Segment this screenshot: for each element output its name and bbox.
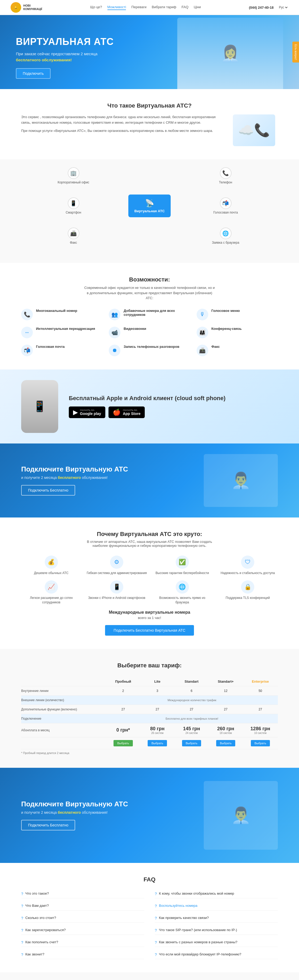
stable-label: Надежность и стабильность доступа <box>221 571 275 575</box>
nav-item-3[interactable]: Переваги <box>131 5 146 10</box>
navbar-phone[interactable]: (044) 247-40-18 <box>249 6 273 10</box>
feature-conference: 👨‍👩‍👧 Конференц-связь <box>197 327 278 338</box>
fax-feat-icon: 📠 <box>197 345 208 356</box>
browser-why-label: Возможность звонить прямо из браузера <box>152 596 213 605</box>
faq-q-5[interactable]: Сколько это стоит? <box>26 916 56 920</box>
why-title: Почему Виртуальная АТС это круто: <box>21 531 278 538</box>
faq-q-10[interactable]: Как звонить с разных номеров в разные ст… <box>159 940 237 944</box>
hero-connect-button[interactable]: Подключить <box>16 68 51 79</box>
select-enterprise-button[interactable]: Выбрать <box>251 740 270 746</box>
functions-label: Дополнительные функции (включено) <box>21 705 106 714</box>
pricing-row-connection: Подключение Бесплатно для всех тарифных … <box>21 714 278 723</box>
select-enterprise-cell: Выбрать <box>243 737 278 749</box>
tls-icon: 🔒 <box>241 581 254 593</box>
voicemail-feat-icon: 📬 <box>21 345 33 356</box>
faq-item-4: ? Воспользуйтесь номера <box>155 902 278 910</box>
why-item-reliable: ✅ Высокие гарантии бесперебойности <box>152 555 213 575</box>
why-grid-top: 💰 Дешевле обычных АТС ⚙ Гибкая система д… <box>21 555 278 575</box>
why-item-mobile: 📱 Звонки с iPhone и Android смартфонов <box>87 581 147 605</box>
reliable-label: Высокие гарантии бесперебойности <box>155 571 209 575</box>
app-store-button[interactable]: 🍎 СКАЧАТЬ НА App Store <box>109 406 145 418</box>
why-section: Почему Виртуальная АТС это круто: В отли… <box>0 517 299 649</box>
nav-item-5[interactable]: FAQ <box>182 5 189 10</box>
forwarding-text: Интеллектуальная переадресация <box>36 327 95 332</box>
lang-selector[interactable]: Рус Укр <box>278 5 288 10</box>
select-standartplus-button[interactable]: Выбрать <box>216 740 235 746</box>
cta1-button[interactable]: Подключить Бесплатно <box>21 485 75 496</box>
connect-free-button[interactable]: Подключить Бесплатно Виртуальная АТС <box>105 625 194 636</box>
faq-item-10: ? Как звонить с разных номеров в разные … <box>155 938 278 947</box>
lines-standartplus: 12 <box>208 686 243 695</box>
faq-icon-1: ? <box>21 892 23 896</box>
cta2-person-image: 👨‍💼 <box>204 781 278 850</box>
features-grid: 📞 Многоканальный номер 👥 Добавочные номе… <box>21 309 278 356</box>
faq-icon-11: ? <box>21 953 23 957</box>
faq-q-3[interactable]: Что Вам дает? <box>26 904 49 908</box>
pricing-col-standart: Standart <box>174 677 208 686</box>
hero-person-image: 👩‍💼 <box>177 18 283 89</box>
feature-video: 📹 Видеозвонки <box>109 327 190 338</box>
nav-item-4[interactable]: Вибрати тариф <box>152 5 176 10</box>
faq-icon-4: ? <box>155 904 157 908</box>
diagram-grid: 🏢 Корпоративный офис 📱 Смартфон 📠 Факс 📡… <box>21 165 278 252</box>
scalable-icon: 📈 <box>45 581 58 593</box>
capabilities-section: Возможности: Современный офис нуждается … <box>0 263 299 369</box>
diagram-item-office: 🏢 Корпоративный офис <box>21 165 126 187</box>
fax-feat-text: Факс <box>211 345 220 350</box>
intl-numbers-title: Международные виртуальные номера <box>21 610 278 615</box>
connection-value: Бесплатно для всех тарифных планов! <box>106 714 278 723</box>
nav-item-2[interactable]: Можливості <box>107 5 126 10</box>
office-icon: 🏢 <box>68 167 79 179</box>
faq-q-2[interactable]: К кому, чтобы звонки отображались мой но… <box>159 891 234 896</box>
logo-text: НОВІ КОМУНІКАЦІЇ <box>23 4 42 11</box>
fax-icon: 📠 <box>68 228 79 239</box>
voicemail-icon: 📬 <box>220 197 232 209</box>
faq-q-1[interactable]: Что это такое? <box>26 891 49 896</box>
faq-q-8[interactable]: Что такое SIP-транк? (или использование … <box>159 928 237 932</box>
external-value: Международное количество трафик <box>106 695 278 705</box>
nav-item-1[interactable]: Що це? <box>90 5 102 10</box>
select-trial-button[interactable]: Выбрать <box>114 740 133 746</box>
price-standartplus: 260 грн 18 систем <box>208 723 243 737</box>
faq-q-9[interactable]: Как пополнить счет? <box>26 940 58 944</box>
faq-item-3: ? Что Вам дает? <box>21 902 144 910</box>
scalable-label: Легкое расширение до сотен сотрудников <box>21 596 82 605</box>
lines-lite: 3 <box>140 686 174 695</box>
recording-text: Запись телефонных разговоров <box>123 345 179 350</box>
select-standart-button[interactable]: Выбрать <box>182 740 201 746</box>
extensions-icon: 👥 <box>109 309 120 320</box>
cta1-subtitle: и получите 2 месяца бесплатного обслужив… <box>21 476 193 480</box>
select-lite-cell: Выбрать <box>140 737 174 749</box>
google-play-button[interactable]: ▶ СКАЧАТЬ НА Google play <box>69 406 105 418</box>
select-lite-button[interactable]: Выбрать <box>148 740 167 746</box>
pricing-row-functions: Дополнительные функции (включено) 27 27 … <box>21 705 278 714</box>
feature-forwarding: ↔ Интеллектуальная переадресация <box>21 327 102 338</box>
pricing-section: Выберите ваш тариф: Пробный Lite Standar… <box>0 649 299 768</box>
intl-numbers: Международные виртуальные номера всего з… <box>21 610 278 620</box>
faq-q-6[interactable]: Как проверить качество связи? <box>159 916 209 920</box>
cta2-button[interactable]: Подключить Бесплатно <box>21 820 75 830</box>
external-label: Внешние линии (количество) <box>21 695 106 705</box>
nav-item-6[interactable]: Ціни <box>194 5 201 10</box>
faq-item-12: ? Что если мой провайдер блокирует IP-те… <box>155 950 278 959</box>
extensions-label: Добавочные номера для всех сотрудников <box>123 309 190 317</box>
lines-enterprise: 50 <box>243 686 278 695</box>
google-play-small: СКАЧАТЬ НА <box>80 409 101 412</box>
ask-question-button[interactable]: Есть вопрос! <box>293 41 299 62</box>
app-phone-image: 📱 <box>21 380 58 433</box>
multichannel-label: Многоканальный номер <box>36 309 77 313</box>
why-item-browser: 🌐 Возможность звонить прямо из браузера <box>152 581 213 605</box>
multichannel-icon: 📞 <box>21 309 33 320</box>
faq-q-11[interactable]: Как звонит? <box>26 952 45 956</box>
faq-q-4[interactable]: Воспользуйтесь номера <box>159 904 197 908</box>
faq-q-12[interactable]: Что если мой провайдер блокирует IP-теле… <box>159 952 241 956</box>
faq-icon-8: ? <box>155 928 157 932</box>
faq-q-7[interactable]: Как зарегистрироваться? <box>26 928 66 932</box>
voicemail-feat-label: Голосовая почта <box>36 345 65 348</box>
logo[interactable]: 🔔 НОВІ КОМУНІКАЦІЇ <box>11 2 42 13</box>
price-label: Абонплата в месяц <box>21 723 106 737</box>
pricing-col-trial: Пробный <box>106 677 140 686</box>
smartphone-icon: 📱 <box>68 197 79 209</box>
recording-label: Запись телефонных разговоров <box>123 345 179 348</box>
pricing-col-enterprise: Enterprise <box>243 677 278 686</box>
